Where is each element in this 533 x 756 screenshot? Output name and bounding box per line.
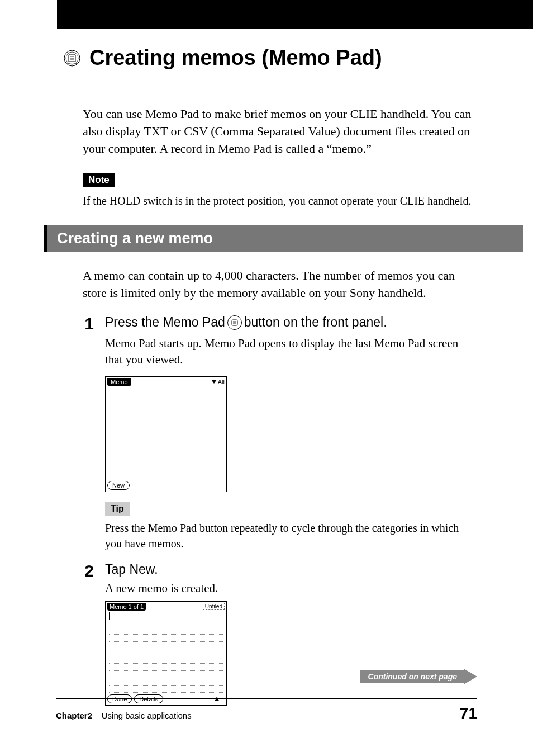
continued-text: Continued on next page [360, 670, 464, 683]
page-number: 71 [460, 705, 477, 722]
step-1-title-part-a: Press the Memo Pad [105, 314, 225, 331]
step-1-title: Press the Memo Pad button on the front p… [105, 314, 477, 331]
text-cursor [109, 612, 110, 620]
step-2-title: Tap New. [105, 561, 477, 578]
memo-tab[interactable]: Memo [107, 378, 131, 386]
page-content: Creating memos (Memo Pad) You can use Me… [0, 46, 533, 706]
memo-edit-screenshot: Memo 1 of 1 Unfiled [105, 601, 227, 706]
category-selector[interactable]: Unfiled [203, 603, 225, 610]
section-heading: Creating a new memo [57, 230, 513, 247]
step-1-desc: Memo Pad starts up. Memo Pad opens to di… [105, 336, 477, 368]
screenshot-header: Memo 1 of 1 Unfiled [106, 602, 226, 612]
step-1: 1 Press the Memo Pad button on the front… [83, 314, 477, 551]
category-dropdown[interactable]: All [211, 379, 225, 385]
screenshot-footer: New [106, 479, 226, 492]
section-heading-bar: Creating a new memo [44, 225, 523, 252]
top-black-bar [57, 0, 533, 29]
footer-chapter: Chapter2 [56, 711, 92, 720]
memo-list-area[interactable] [106, 387, 226, 479]
new-button[interactable]: New [107, 481, 130, 490]
memo-pad-button-icon [227, 315, 242, 330]
footer-label: Using basic applications [102, 711, 192, 720]
category-label: All [218, 379, 225, 385]
note-badge: Note [83, 173, 115, 187]
page-footer: Chapter2 Using basic applications 71 [56, 698, 477, 722]
step-2-desc: A new memo is created. [105, 580, 477, 597]
steps-list: 1 Press the Memo Pad button on the front… [83, 314, 477, 706]
tip-text: Press the Memo Pad button repeatedly to … [105, 520, 477, 551]
step-number: 1 [83, 314, 94, 551]
note-text: If the HOLD switch is in the protect pos… [83, 193, 477, 209]
memo-pad-icon [63, 49, 82, 68]
continued-flag: Continued on next page [360, 669, 477, 684]
page-title: Creating memos (Memo Pad) [89, 46, 382, 70]
page-title-row: Creating memos (Memo Pad) [63, 46, 533, 70]
continued-arrow-icon [464, 669, 477, 684]
step-body: Press the Memo Pad button on the front p… [105, 314, 477, 551]
intro-paragraph: You can use Memo Pad to make brief memos… [83, 106, 477, 157]
memo-counter-tab: Memo 1 of 1 [107, 603, 146, 611]
screenshot-header: Memo All [106, 377, 226, 387]
tip-badge: Tip [105, 502, 130, 516]
section-intro: A memo can contain up to 4,000 character… [83, 267, 477, 302]
dropdown-triangle-icon [211, 380, 217, 384]
footer-left: Chapter2 Using basic applications [56, 711, 192, 720]
memo-text-area[interactable] [106, 612, 226, 693]
memo-list-screenshot: Memo All New [105, 376, 227, 492]
step-1-title-part-b: button on the front panel. [244, 314, 387, 331]
step-number: 2 [83, 561, 94, 706]
